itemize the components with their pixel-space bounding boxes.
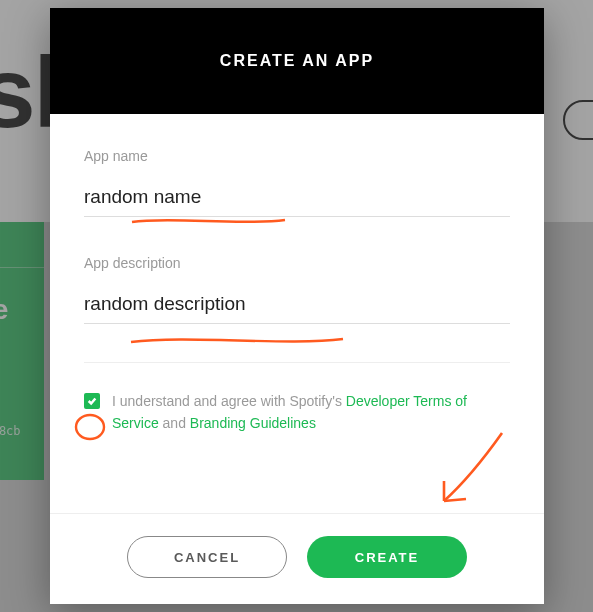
consent-text: I understand and agree with Spotify's De… <box>112 391 510 434</box>
consent-checkbox[interactable] <box>84 393 100 409</box>
consent-prefix: I understand and agree with Spotify's <box>112 393 346 409</box>
branding-guidelines-link[interactable]: Branding Guidelines <box>190 415 316 431</box>
app-name-input[interactable] <box>84 182 510 217</box>
divider <box>84 362 510 363</box>
check-icon <box>87 396 97 406</box>
app-description-label: App description <box>84 255 510 271</box>
modal-title: CREATE AN APP <box>50 8 544 114</box>
create-app-modal: CREATE AN APP App name App description I… <box>50 8 544 604</box>
cancel-button[interactable]: CANCEL <box>127 536 287 578</box>
app-description-input[interactable] <box>84 289 510 324</box>
consent-mid: and <box>159 415 190 431</box>
consent-row: I understand and agree with Spotify's De… <box>84 391 510 434</box>
modal-footer: CANCEL CREATE <box>50 513 544 604</box>
create-button[interactable]: CREATE <box>307 536 467 578</box>
app-name-label: App name <box>84 148 510 164</box>
